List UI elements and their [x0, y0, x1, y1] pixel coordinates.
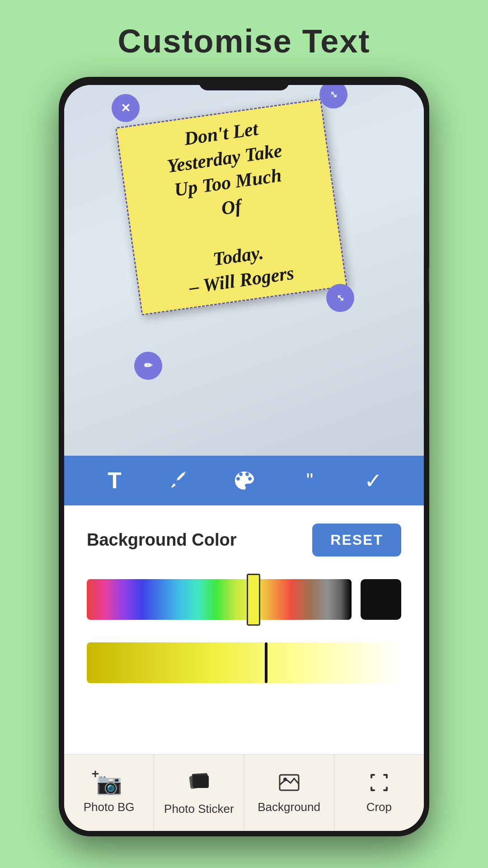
phone-screen: Don't LetYesterday TakeUp Too MuchOfToda… — [64, 85, 424, 831]
canvas-area: Don't LetYesterday TakeUp Too MuchOfToda… — [64, 85, 424, 456]
toolbar-check-icon[interactable]: ✓ — [357, 465, 389, 496]
handle-edit[interactable]: ✏ — [134, 352, 162, 380]
handle-close[interactable]: ✕ — [112, 94, 140, 122]
nav-label-crop: Crop — [366, 800, 392, 814]
toolbar-text-icon[interactable]: T — [99, 465, 131, 496]
crop-icon — [368, 771, 390, 796]
color-spectrum[interactable] — [87, 579, 352, 620]
photo-bg-icon: 📷 + — [96, 771, 122, 796]
toolbar-palette-icon[interactable] — [228, 465, 260, 496]
nav-item-photo-sticker[interactable]: Photo Sticker — [154, 755, 244, 831]
shade-bar[interactable] — [87, 642, 401, 683]
nav-item-background[interactable]: Background — [244, 755, 334, 831]
nav-item-photo-bg[interactable]: 📷 + Photo BG — [64, 755, 154, 831]
nav-label-photo-sticker: Photo Sticker — [164, 802, 234, 816]
color-spectrum-container — [87, 579, 401, 620]
close-icon: ✕ — [121, 101, 131, 115]
reset-button[interactable]: RESET — [312, 524, 401, 557]
toolbar-quote-icon[interactable]: " — [293, 465, 324, 496]
shade-thumb — [265, 642, 267, 683]
color-selector-thumb — [247, 574, 260, 626]
handle-resize-br[interactable]: ⤡ — [326, 284, 354, 312]
toolbar: T " ✓ — [64, 456, 424, 505]
phone-frame: Don't LetYesterday TakeUp Too MuchOfToda… — [59, 77, 429, 836]
toolbar-eyedropper-icon[interactable] — [164, 465, 195, 496]
nav-item-crop[interactable]: Crop — [334, 755, 424, 831]
photo-sticker-icon — [188, 770, 210, 797]
pencil-icon: ✏ — [144, 360, 152, 372]
page-title: Customise Text — [0, 0, 488, 73]
nav-label-background: Background — [258, 800, 320, 814]
svg-point-4 — [283, 778, 287, 781]
shade-bar-container — [87, 642, 401, 683]
background-icon — [278, 771, 300, 796]
svg-rect-2 — [193, 775, 209, 788]
phone-notch — [199, 77, 289, 90]
resize-tr-icon: ⤡ — [330, 89, 338, 100]
selection-border — [115, 99, 347, 316]
black-swatch[interactable] — [361, 579, 401, 620]
nav-label-photo-bg: Photo BG — [84, 800, 135, 814]
color-panel-title: Background Color — [87, 530, 236, 550]
resize-br-icon: ⤡ — [337, 292, 344, 303]
bottom-nav: 📷 + Photo BG Photo Sticker — [64, 754, 424, 831]
side-button — [428, 267, 429, 303]
